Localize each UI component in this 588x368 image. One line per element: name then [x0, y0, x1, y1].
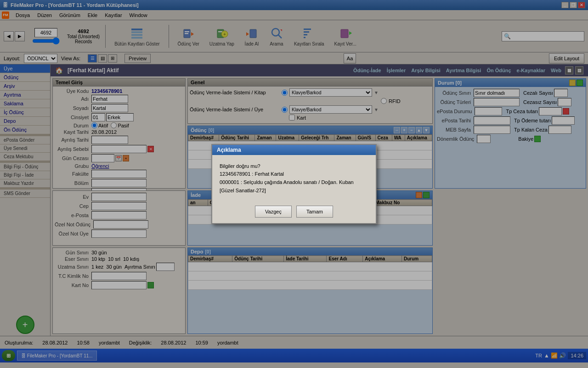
modal-line1: Bilgiler doğru mu? [220, 162, 368, 171]
modal-body: Bilgiler doğru mu? 12345678901 : Ferhat … [212, 155, 376, 202]
modal-overlay: Açıklama Bilgiler doğru mu? 12345678901 … [0, 0, 588, 368]
tamam-button[interactable]: Tamam [296, 206, 333, 218]
modal-line2: 12345678901 : Ferhat Kartal [220, 170, 368, 178]
modal-dialog: Açıklama Bilgiler doğru mu? 12345678901 … [211, 144, 377, 224]
modal-buttons: Vazgeç Tamam [212, 202, 376, 223]
vazgec-button[interactable]: Vazgeç [255, 206, 292, 218]
modal-title: Açıklama [212, 145, 376, 155]
modal-title-text: Açıklama [217, 147, 241, 153]
modal-line3: 0000001 : Selçuldu çağında Anadolu sanat… [220, 178, 368, 195]
